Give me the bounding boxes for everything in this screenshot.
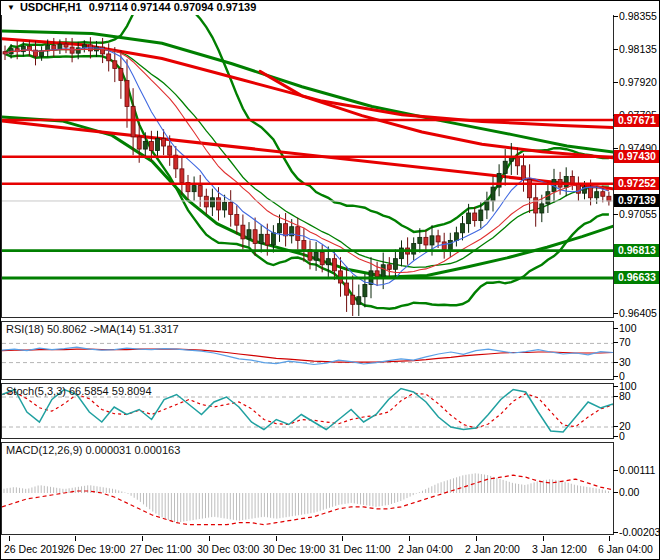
candle-bearish [296, 227, 300, 241]
axis-tick-mark [613, 436, 618, 437]
candle-bearish [241, 225, 245, 239]
stoch-axis-label: 0 [619, 430, 625, 442]
axis-tick-mark [613, 148, 618, 149]
symbol-timeframe-label: USDCHF,H1 [20, 1, 82, 13]
candle-bearish [601, 192, 605, 197]
candle-bearish [125, 81, 129, 107]
time-tick-label: 30 Dec 19:00 [263, 543, 325, 555]
candle-bearish [113, 61, 117, 69]
candle-bullish [595, 192, 599, 198]
main-price-chart-panel[interactable] [1, 15, 614, 318]
current-price-badge: 0.97139 [614, 194, 660, 207]
candle-bullish [326, 259, 330, 265]
candle-bearish [607, 196, 611, 201]
candle-bullish [564, 176, 568, 187]
candle-bullish [412, 243, 416, 254]
candle-bearish [424, 237, 428, 245]
candle-bearish [320, 253, 324, 265]
candle-bearish [345, 283, 349, 295]
rsi-axis-label: 30 [619, 356, 631, 368]
bollinger-lower-band [5, 54, 609, 309]
candle-bullish [314, 253, 318, 261]
candle-bearish [253, 230, 257, 244]
candle-bearish [180, 169, 184, 183]
rsi-indicator-panel[interactable]: RSI(18) 50.8062 ->MA(14) 51.3317 [1, 321, 614, 380]
candle-bullish [156, 138, 160, 150]
rsi-axis-label: 100 [619, 322, 637, 334]
candle-bullish [497, 173, 501, 187]
candle-bearish [302, 240, 306, 249]
candle-bullish [430, 236, 434, 245]
candle-bullish [393, 259, 397, 270]
candle-bullish [467, 213, 471, 224]
candle-bearish [204, 196, 208, 207]
candle-bullish [223, 202, 227, 210]
candle-bullish [259, 234, 263, 243]
candle-bullish [247, 230, 251, 239]
candle-bearish [332, 259, 336, 271]
candle-bullish [278, 224, 282, 233]
candle-bearish [168, 146, 172, 155]
candle-bullish [485, 201, 489, 210]
stoch-axis-label: 80 [619, 390, 631, 402]
price-tick-label: 0.97920 [619, 76, 657, 88]
time-tick-label: 2 Jan 04:00 [398, 543, 453, 555]
axis-tick-mark [613, 313, 618, 314]
candle-bearish [229, 202, 233, 214]
time-tick-mark [9, 536, 10, 541]
candle-bullish [192, 186, 196, 192]
time-tick-label: 6 Jan 04:00 [598, 543, 653, 555]
rsi-label: RSI(18) 50.8062 ->MA(14) 51.3317 [6, 323, 179, 335]
candle-bearish [442, 242, 446, 250]
candle-bullish [479, 210, 483, 221]
candle-bearish [284, 224, 288, 236]
time-tick-mark [409, 536, 410, 541]
candle-bearish [515, 157, 519, 166]
price-tick-label: 0.96405 [619, 307, 657, 319]
stochastic-indicator-panel[interactable]: Stoch(5,3,3) 66.5854 59.8094 [1, 383, 614, 439]
candle-bullish [210, 198, 214, 207]
candle-bullish [143, 141, 147, 149]
candle-bearish [387, 265, 391, 270]
red-ma-long-1 [2, 39, 613, 128]
macd-label: MACD(12,26,9) 0.000031 0.000163 [6, 444, 180, 456]
time-tick-mark [75, 536, 76, 541]
green-ma-long-lower [2, 117, 613, 277]
candle-bearish [522, 166, 526, 180]
macd-indicator-panel[interactable]: MACD(12,26,9) 0.000031 0.000163 [1, 442, 614, 535]
time-tick-mark [276, 536, 277, 541]
price-chart-canvas[interactable] [2, 15, 613, 316]
time-tick-label: 27 Dec 11:00 [130, 543, 192, 555]
axis-tick-mark [613, 426, 618, 427]
axis-tick-mark [613, 16, 618, 17]
axis-tick-mark [613, 532, 618, 533]
price-tick-label: 0.98355 [619, 10, 657, 22]
rsi-axis-label: 70 [619, 336, 631, 348]
time-tick-label: 3 Jan 12:00 [532, 543, 587, 555]
time-tick-mark [342, 536, 343, 541]
level-price-badge: 0.96633 [614, 271, 660, 284]
candle-bearish [198, 186, 202, 197]
symbol-dropdown-icon[interactable]: ▼ [7, 1, 15, 14]
time-tick-mark [476, 536, 477, 541]
candle-bullish [357, 297, 361, 305]
axis-tick-mark [613, 82, 618, 83]
axis-tick-mark [613, 396, 618, 397]
candle-bullish [418, 237, 422, 243]
candle-bearish [107, 54, 111, 61]
candle-bearish [119, 68, 123, 80]
time-axis: 26 Dec 201926 Dec 19:0027 Dec 11:0030 De… [1, 536, 660, 560]
macd-canvas[interactable] [2, 443, 613, 534]
time-tick-mark [609, 536, 610, 541]
candle-bullish [454, 233, 458, 241]
axis-tick-mark [613, 362, 618, 363]
stochastic-label: Stoch(5,3,3) 66.5854 59.8094 [6, 385, 152, 397]
candle-bullish [40, 51, 44, 56]
candle-bearish [64, 44, 68, 47]
candle-bearish [375, 271, 379, 277]
candle-bullish [363, 285, 367, 297]
candle-bearish [217, 198, 221, 210]
candle-bearish [149, 141, 153, 150]
level-price-badge: 0.96813 [614, 244, 660, 257]
candle-bearish [528, 180, 532, 198]
